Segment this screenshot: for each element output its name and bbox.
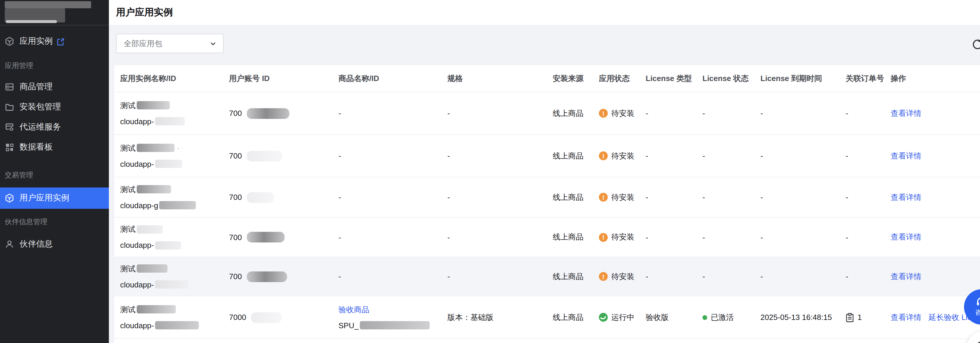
license-status-cell: -: [702, 218, 760, 257]
view-details-link[interactable]: 查看详情: [891, 108, 921, 119]
sidebar-item-partner-info[interactable]: 伙伴信息: [0, 234, 109, 254]
account-id-cell: 700: [229, 257, 339, 296]
spec-cell: -: [447, 92, 553, 134]
sidebar-item-data-dashboard[interactable]: 数据看板: [0, 137, 109, 157]
column-header: License 状态: [702, 65, 760, 92]
phone-icon: [976, 340, 980, 343]
goods-icon: [5, 82, 14, 92]
redacted-text: [137, 144, 175, 152]
license-expire-cell: -: [760, 257, 846, 296]
sidebar-item-goods-management[interactable]: 商品管理: [0, 77, 109, 97]
redacted-text: [137, 101, 170, 110]
sidebar-item-user-app-instances[interactable]: 用户应用实例: [0, 187, 109, 209]
column-header: 用户账号 ID: [229, 65, 339, 92]
source-cell: 线上商品: [553, 135, 599, 177]
license-type-cell: -: [646, 135, 702, 177]
spec-cell: -: [447, 257, 553, 296]
app-status-cell: !待安装: [599, 178, 646, 217]
license-expire-cell: -: [760, 218, 846, 257]
source-cell: 线上商品: [553, 178, 599, 217]
spec-cell: -: [447, 178, 553, 217]
redacted-text: [155, 241, 181, 249]
sidebar-item-label: 用户应用实例: [19, 193, 69, 203]
license-status-cell: -: [702, 257, 760, 296]
hexagon-cube-icon: [5, 37, 14, 46]
instance-name-cell: 测试 cloudapp-: [120, 92, 229, 134]
product-cell: -: [339, 135, 447, 177]
redacted-text: [155, 117, 185, 125]
redacted-text: [137, 185, 171, 194]
redacted-text: [137, 305, 176, 313]
logo-redacted: [0, 0, 109, 25]
order-cell: -: [846, 135, 891, 177]
order-cell: -: [846, 178, 891, 217]
license-type-cell: -: [646, 218, 702, 257]
column-header: License 到期时间: [760, 65, 846, 92]
source-cell: 线上商品: [553, 92, 599, 134]
view-details-link[interactable]: 查看详情: [891, 271, 921, 282]
redacted-text: [251, 312, 282, 322]
order-cell: -: [846, 92, 891, 134]
license-type-cell: -: [646, 257, 702, 296]
column-header: 规格: [447, 65, 553, 92]
chevron-down-icon: [210, 40, 216, 47]
sidebar-group-label: 应用管理: [0, 61, 109, 71]
product-link[interactable]: 验收商品: [339, 305, 369, 314]
main-content: 用户应用实例 全部应用包 应用实例名称/ID 用户账号 ID 商品名称/ID 规…: [109, 0, 980, 343]
sidebar-item-label: 伙伴信息: [19, 239, 52, 249]
table-row: 测试 cloudapp-g 700 - - 线上商品 !待安装 - - - - …: [114, 177, 980, 217]
redacted-text: [155, 321, 199, 329]
source-cell: 线上商品: [553, 296, 599, 338]
warning-icon: !: [599, 272, 608, 281]
sidebar-item-label: 商品管理: [19, 82, 52, 92]
table-row: 测试 cloudapp- 700 - - 线上商品 !待安装 - - - - 查…: [114, 257, 980, 296]
view-details-link[interactable]: 查看详情: [891, 232, 921, 243]
redacted-text: [247, 108, 289, 119]
instance-name-cell: 测试 cloudapp-: [120, 218, 229, 257]
warning-icon: !: [599, 109, 608, 118]
redacted-text: [6, 20, 57, 23]
redacted-text: [159, 201, 196, 210]
sidebar-item-ops-service[interactable]: 代运维服务: [0, 117, 109, 137]
app-status-cell: !待安装: [599, 135, 646, 177]
consult-label: 咨询: [975, 308, 980, 317]
page-header: 用户应用实例: [109, 0, 980, 25]
license-expire-cell: -: [760, 92, 846, 134]
license-type-cell: -: [646, 178, 702, 217]
warning-icon: !: [599, 193, 608, 202]
app-window: 应用实例 应用管理 商品管理 安装包管理: [0, 0, 980, 343]
redacted-text: [247, 151, 282, 161]
table-header-row: 应用实例名称/ID 用户账号 ID 商品名称/ID 规格 安装来源 应用状态 L…: [114, 65, 980, 92]
product-cell: 验收商品 SPU_: [339, 296, 447, 338]
app-status-cell: !待安装: [599, 257, 646, 296]
sidebar-item-package-management[interactable]: 安装包管理: [0, 97, 109, 117]
refresh-icon[interactable]: [971, 38, 980, 51]
redacted-text: [5, 1, 91, 8]
instance-name-cell: 测试 cloudapp-g: [120, 178, 229, 217]
filter-bar: 全部应用包: [109, 25, 980, 65]
column-header: 操作: [891, 65, 980, 92]
redacted-text: [155, 280, 188, 289]
instance-name-cell: 测试 cloudapp-: [120, 296, 229, 338]
package-select[interactable]: 全部应用包: [116, 34, 224, 53]
page-title: 用户应用实例: [116, 6, 173, 19]
hexagon-cube-icon: [5, 194, 14, 203]
view-details-link[interactable]: 查看详情: [891, 312, 921, 322]
account-id-cell: 7000: [229, 296, 339, 338]
column-header: 商品名称/ID: [339, 65, 447, 92]
account-id-cell: 700: [229, 135, 339, 177]
table-row: 测试 cloudapp- 7000 验收商品 SPU_ 版本：基础版 线上商品 …: [114, 296, 980, 338]
app-status-cell: 运行中: [599, 296, 646, 338]
person-icon: [5, 240, 14, 249]
license-expire-cell: 2025-05-13 16:48:15: [760, 296, 846, 338]
license-type-cell: -: [646, 92, 702, 134]
actions-cell: 查看详情: [891, 92, 980, 134]
column-header: 应用实例名称/ID: [120, 65, 229, 92]
view-details-link[interactable]: 查看详情: [891, 192, 921, 203]
external-link-icon: [57, 38, 65, 45]
sidebar-item-app-instances[interactable]: 应用实例: [0, 31, 109, 51]
product-cell: -: [339, 92, 447, 134]
spec-cell: -: [447, 135, 553, 177]
instances-table: 应用实例名称/ID 用户账号 ID 商品名称/ID 规格 安装来源 应用状态 L…: [114, 65, 980, 343]
view-details-link[interactable]: 查看详情: [891, 151, 921, 161]
